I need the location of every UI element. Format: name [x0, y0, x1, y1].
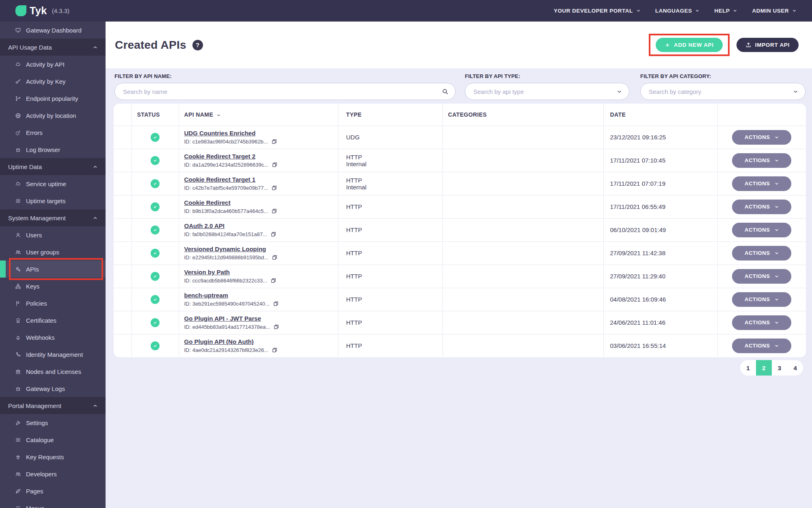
- sort-chevron-slot[interactable]: [216, 111, 221, 118]
- api-name-link[interactable]: Go Plugin API (No Auth): [184, 338, 254, 345]
- api-id: ID: fa0b0268b4124faa70e151a87...: [184, 231, 268, 237]
- api-date: 17/11/2021 07:07:19: [610, 180, 666, 187]
- sidebar-item-users[interactable]: Users: [0, 226, 106, 243]
- chevron-down-icon: [774, 297, 779, 302]
- api-name-link[interactable]: Version by Path: [184, 269, 230, 276]
- copy-id-button[interactable]: [271, 208, 277, 214]
- actions-button[interactable]: ACTIONS: [732, 153, 791, 168]
- api-type: Internal: [346, 161, 443, 167]
- sidebar-item-gateway-logs[interactable]: Gateway Logs: [0, 380, 106, 397]
- actions-button[interactable]: ACTIONS: [732, 315, 791, 330]
- sidebar-item-endpoint-popularity[interactable]: Endpoint popularity: [0, 90, 106, 107]
- sidebar-item-identity-management[interactable]: Identity Management: [0, 346, 106, 363]
- copy-id-button[interactable]: [272, 254, 278, 261]
- sidebar-item-menus[interactable]: Menus: [0, 499, 106, 508]
- filter-label: FILTER BY API NAME:: [114, 73, 456, 79]
- topbar-menu-your-developer-portal[interactable]: YOUR DEVELOPER PORTAL: [554, 8, 641, 14]
- bomb-icon: [15, 130, 21, 136]
- api-name-link[interactable]: Versioned Dynamic Looping: [184, 245, 266, 252]
- actions-button[interactable]: ACTIONS: [732, 246, 791, 261]
- api-name-link[interactable]: bench-uptream: [184, 292, 228, 299]
- page-button-1[interactable]: 1: [740, 360, 756, 376]
- topbar-menu-admin-user[interactable]: ADMIN USER: [752, 8, 797, 14]
- actions-button[interactable]: ACTIONS: [732, 339, 791, 353]
- check-icon: [153, 343, 158, 348]
- sidebar-item-policies[interactable]: Policies: [0, 295, 106, 312]
- status-active-icon: [151, 249, 160, 258]
- sidebar-item-activity-by-api[interactable]: Activity by API: [0, 56, 106, 73]
- actions-button[interactable]: ACTIONS: [732, 130, 791, 145]
- import-api-button[interactable]: IMPORT API: [736, 38, 799, 52]
- page-button-3[interactable]: 3: [772, 360, 788, 376]
- sidebar-item-settings[interactable]: Settings: [0, 414, 106, 431]
- copy-id-button[interactable]: [272, 347, 278, 353]
- copy-icon: [273, 324, 279, 330]
- copy-id-button[interactable]: [271, 185, 277, 191]
- sidebar-item-label: Activity by location: [26, 112, 76, 119]
- sidebar-item-keys[interactable]: Keys: [0, 278, 106, 295]
- copy-id-button[interactable]: [270, 278, 276, 284]
- sidebar-item-pages[interactable]: Pages: [0, 482, 106, 499]
- copy-id-button[interactable]: [273, 301, 279, 307]
- topbar-menu-languages[interactable]: LANGUAGES: [655, 8, 700, 14]
- filter-icon-slot[interactable]: [793, 88, 799, 95]
- topbar-menu-help[interactable]: HELP: [714, 8, 737, 14]
- sidebar-section-uptime-data[interactable]: Uptime Data: [0, 158, 106, 175]
- api-name-link[interactable]: UDG Countries Enriched: [184, 130, 256, 137]
- users-icon: [15, 471, 21, 477]
- sidebar-item-nodes-and-licenses[interactable]: Nodes and Licenses: [0, 363, 106, 380]
- sidebar-item-errors[interactable]: Errors: [0, 124, 106, 141]
- copy-id-button[interactable]: [273, 324, 279, 330]
- sidebar-item-webhooks[interactable]: Webhooks: [0, 329, 106, 346]
- status-cell: [132, 241, 179, 265]
- sidebar-item-key-requests[interactable]: Key Requests: [0, 448, 106, 465]
- actions-button[interactable]: ACTIONS: [732, 223, 791, 237]
- sidebar-item-label: Webhooks: [26, 334, 55, 341]
- page-button-2[interactable]: 2: [756, 360, 772, 376]
- select-input-filter-by-api-type[interactable]: [465, 83, 629, 100]
- sidebar-section-system-management[interactable]: System Management: [0, 209, 106, 226]
- actions-button[interactable]: ACTIONS: [732, 200, 791, 214]
- api-name-link[interactable]: OAuth 2.0 API: [184, 222, 225, 229]
- copy-id-button[interactable]: [270, 231, 276, 237]
- copy-id-button[interactable]: [271, 139, 277, 145]
- api-name-link[interactable]: Cookie Redirect Target 1: [184, 176, 256, 183]
- sidebar-section-portal-management[interactable]: Portal Management: [0, 397, 106, 414]
- sidebar-item-user-groups[interactable]: User groups: [0, 243, 106, 261]
- add-new-api-button[interactable]: ADD NEW API: [656, 38, 723, 52]
- hamburger-icon: [15, 505, 21, 508]
- api-name-link[interactable]: Go Plugin API - JWT Parse: [184, 315, 261, 322]
- api-name-link[interactable]: Cookie Redirect: [184, 199, 231, 206]
- search-input[interactable]: [114, 83, 456, 100]
- actions-button[interactable]: ACTIONS: [732, 269, 791, 284]
- api-id: ID: e22945fc12d949886b91595bd...: [184, 254, 268, 261]
- help-icon[interactable]: ?: [192, 40, 203, 50]
- actions-button[interactable]: ACTIONS: [732, 176, 791, 191]
- api-name-link[interactable]: Cookie Redirect Target 2: [184, 153, 256, 160]
- sidebar-item-gateway-dashboard[interactable]: Gateway Dashboard: [0, 22, 106, 39]
- sidebar-item-log-browser[interactable]: Log Browser: [0, 141, 106, 158]
- filter-icon-slot[interactable]: [616, 88, 622, 95]
- status-active-icon: [151, 226, 160, 234]
- sidebar-item-service-uptime[interactable]: Service uptime: [0, 175, 106, 192]
- copy-id-button[interactable]: [272, 162, 278, 168]
- sidebar-item-activity-by-key[interactable]: Activity by Key: [0, 73, 106, 90]
- page-button-4[interactable]: 4: [787, 360, 803, 376]
- select-input-filter-by-api-category[interactable]: [640, 83, 806, 100]
- sidebar-item-label: Users: [26, 232, 42, 239]
- sidebar-item-activity-by-location[interactable]: Activity by location: [0, 107, 106, 124]
- chevron-down-icon[interactable]: [616, 89, 622, 95]
- sidebar-item-apis[interactable]: APIs: [0, 261, 106, 278]
- chevron-up-icon: [93, 403, 98, 408]
- sidebar-item-uptime-targets[interactable]: Uptime targets: [0, 192, 106, 209]
- sidebar-section-api-usage-data[interactable]: API Usage Data: [0, 39, 106, 56]
- actions-button[interactable]: ACTIONS: [732, 292, 791, 307]
- row-pad-cell: [114, 149, 132, 172]
- sidebar-item-certificates[interactable]: Certificates: [0, 312, 106, 329]
- sidebar-item-developers[interactable]: Developers: [0, 465, 106, 482]
- check-icon: [153, 251, 158, 256]
- api-type-cell: HTTP: [338, 218, 443, 241]
- chevron-down-icon[interactable]: [793, 89, 799, 95]
- sidebar-item-catalogue[interactable]: Catalogue: [0, 431, 106, 448]
- chevron-down-icon[interactable]: [216, 113, 221, 117]
